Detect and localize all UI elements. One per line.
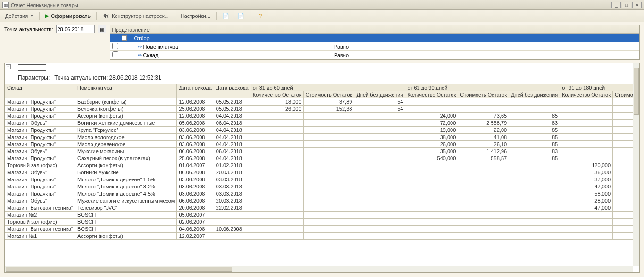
filter-row[interactable]: ⇔НоменклатураРавно <box>110 42 640 51</box>
table-row[interactable]: Торговый зал (офис)BOSCH02.06.20072,0001… <box>5 219 640 226</box>
table-cell <box>354 204 405 212</box>
table-cell: 1 412,96 <box>458 148 509 155</box>
table-row[interactable]: Магазин "Обувь"Мужские мокасины06.06.200… <box>5 148 640 155</box>
date-input[interactable] <box>56 25 95 33</box>
table-cell: 22,00 <box>458 127 509 134</box>
date-picker-button[interactable]: ▦ <box>98 25 106 33</box>
table-cell: 03.03.2018 <box>214 183 251 190</box>
filter-row[interactable]: ⇔СкладРавно <box>110 51 640 59</box>
h-scroll-thumb[interactable] <box>6 267 232 272</box>
col-dprih[interactable]: Дата прихода <box>177 84 214 98</box>
table-cell <box>560 113 613 120</box>
actions-menu[interactable]: Действия ▼ <box>2 12 36 20</box>
table-row[interactable]: Магазин №1Ассорти (конфеты)12.02.2007240… <box>5 233 640 240</box>
table-cell: 28,000 <box>560 197 613 204</box>
table-cell <box>405 226 458 233</box>
table-cell: Магазин "Продукты" <box>5 98 75 106</box>
table-cell <box>251 113 303 120</box>
table-row[interactable]: Торговый зал (офис)Ассорти (конфеты)01.0… <box>5 162 640 169</box>
filter-checkbox[interactable] <box>112 43 118 49</box>
table-cell <box>303 176 354 183</box>
table-row[interactable]: Магазин "Обувь"Ботинки мужские06.06.2008… <box>5 169 640 176</box>
table-cell <box>509 219 560 226</box>
col-cost[interactable]: Стоимость Остаток <box>303 91 354 98</box>
table-cell: Магазин "Продукты" <box>5 190 75 197</box>
table-row[interactable]: Магазин "Продукты"Крупа "Геркулес"03.06.… <box>5 127 640 134</box>
table-row[interactable]: Магазин "Бытовая техника"Телевизор "JVC"… <box>5 204 640 212</box>
report-cell-cursor <box>18 64 46 71</box>
table-cell: 06.06.2008 <box>177 197 214 204</box>
minimize-button[interactable]: _ <box>611 2 621 8</box>
table-cell: Ассорти (конфеты) <box>75 113 177 120</box>
table-row[interactable]: Магазин "Продукты"Масло деревенское03.06… <box>5 141 640 148</box>
table-cell <box>560 155 613 162</box>
table-cell: 03.06.2008 <box>177 127 214 134</box>
help-button[interactable]: ? <box>254 11 267 21</box>
table-cell <box>251 176 303 183</box>
col-group-61-90[interactable]: от 61 до 90 дней <box>405 84 560 91</box>
table-cell: 2 558,79 <box>458 120 509 127</box>
table-cell <box>303 169 354 176</box>
separator <box>216 12 217 20</box>
table-cell <box>458 98 509 106</box>
table-cell: 152,38 <box>303 106 354 113</box>
settings-button[interactable]: Настройки... <box>178 12 213 20</box>
v-scrollbar[interactable] <box>633 63 639 266</box>
table-row[interactable]: Магазин "Бытовая техника"BOSCH04.06.2008… <box>5 226 640 233</box>
col-cost[interactable]: Стоимость Остаток <box>458 91 509 98</box>
tree-collapse-icon[interactable]: − <box>6 64 11 69</box>
constructor-button[interactable]: 🛠 Конструктор настроек... <box>100 11 172 21</box>
table-cell: 18,000 <box>251 98 303 106</box>
table-cell: Магазин "Продукты" <box>5 113 75 120</box>
table-cell <box>405 233 458 240</box>
close-button[interactable]: ✕ <box>632 2 642 8</box>
col-qty[interactable]: Количество Остаток <box>560 91 613 98</box>
table-row[interactable]: Магазин "Продукты"Ассорти (конфеты)12.06… <box>5 113 640 120</box>
tool-icon-1[interactable]: 📄 <box>219 11 233 21</box>
table-cell: 03.06.2008 <box>177 134 214 141</box>
table-row[interactable]: Магазин "Продукты"Молоко "Домик в деревн… <box>5 176 640 183</box>
table-cell: 72,000 <box>405 120 458 127</box>
col-group-91-180[interactable]: от 91 до 180 дней <box>560 84 640 91</box>
h-scrollbar[interactable] <box>5 266 633 272</box>
col-days[interactable]: Дней без движения <box>354 91 405 98</box>
v-scroll-thumb[interactable] <box>634 68 639 115</box>
table-row[interactable]: Магазин "Продукты"Масло вологодское03.06… <box>5 134 640 141</box>
table-cell <box>214 219 251 226</box>
tool-icon-2[interactable]: 📄 <box>234 11 248 21</box>
col-drash[interactable]: Дата расхода <box>214 84 251 98</box>
col-qty[interactable]: Количество Остаток <box>405 91 458 98</box>
tree-collapse-icon[interactable]: − <box>122 35 127 41</box>
table-row[interactable]: Магазин "Обувь"Мужские сапоги с искусств… <box>5 197 640 204</box>
table-cell <box>354 212 405 219</box>
table-row[interactable]: Магазин "Продукты"Барбарис (конфеты)12.0… <box>5 98 640 106</box>
form-button[interactable]: ▶ Сформировать <box>42 12 93 20</box>
table-cell: 25.06.2008 <box>177 155 214 162</box>
table-cell: Магазин "Обувь" <box>5 148 75 155</box>
report-table: Склад Номенклатура Дата прихода Дата рас… <box>5 84 640 240</box>
table-cell <box>560 127 613 134</box>
col-days[interactable]: Дней без движения <box>509 91 560 98</box>
filter-root[interactable]: − ⇔ Отбор <box>110 34 640 42</box>
col-sklad[interactable]: Склад <box>5 84 75 98</box>
table-cell <box>509 176 560 183</box>
col-nomen[interactable]: Номенклатура <box>75 84 177 98</box>
table-row[interactable]: Магазин "Продукты"Сахарный песок (в упак… <box>5 155 640 162</box>
table-row[interactable]: Магазин "Продукты"Молоко "Домик в деревн… <box>5 190 640 197</box>
table-row[interactable]: Магазин "Обувь"Ботинки женские демисезон… <box>5 120 640 127</box>
params-value: Точка актуальности: 28.06.2018 12:52:31 <box>54 74 161 81</box>
col-group-31-60[interactable]: от 31 до 60 дней <box>251 84 405 91</box>
col-qty[interactable]: Количество Остаток <box>251 91 303 98</box>
table-cell <box>354 219 405 226</box>
table-cell: Магазин "Продукты" <box>5 176 75 183</box>
table-row[interactable]: Магазин "Продукты"Молоко "Домик в деревн… <box>5 183 640 190</box>
table-cell: Магазин "Продукты" <box>5 134 75 141</box>
report-area[interactable]: − Параметры: Точка актуальности: 28.06.2… <box>4 63 640 273</box>
filter-checkbox[interactable] <box>112 51 118 57</box>
maximize-button[interactable]: □ <box>622 2 631 8</box>
table-cell <box>251 162 303 169</box>
table-cell: 83 <box>509 148 560 155</box>
table-row[interactable]: Магазин "Продукты"Белочка (конфеты)25.06… <box>5 106 640 113</box>
help-icon: ? <box>257 12 264 20</box>
table-row[interactable]: Магазин №2BOSCH05.06.20071,000980,00 <box>5 212 640 219</box>
